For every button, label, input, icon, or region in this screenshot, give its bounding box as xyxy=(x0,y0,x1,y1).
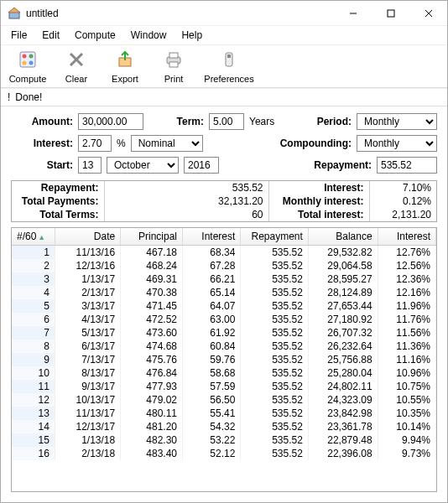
rate-type-select[interactable]: Nominal xyxy=(131,135,203,152)
cell-principal: 483.40 xyxy=(121,447,183,460)
col-interest-pct[interactable]: Interest xyxy=(378,228,435,246)
start-year-field[interactable] xyxy=(184,157,219,174)
print-button[interactable]: Print xyxy=(150,46,197,86)
cell-ipct: 11.56% xyxy=(378,326,435,340)
cell-date: 3/13/17 xyxy=(55,299,120,313)
cell-int: 66.21 xyxy=(183,272,241,286)
cell-int: 57.59 xyxy=(183,380,241,393)
cell-bal: 29,532.82 xyxy=(308,246,378,260)
table-row[interactable]: 111/13/16467.1868.34535.5229,532.8212.76… xyxy=(12,246,436,260)
repayment-label: Repayment: xyxy=(314,159,372,171)
compute-button[interactable]: Compute xyxy=(4,46,51,86)
start-day-field[interactable] xyxy=(78,157,102,174)
term-label: Term: xyxy=(148,116,204,127)
cell-principal: 475.76 xyxy=(121,353,183,366)
table-row[interactable]: 53/13/17471.4564.07535.5227,653.4411.96% xyxy=(12,299,436,313)
cell-ipct: 12.76% xyxy=(378,246,435,260)
cell-date: 12/13/17 xyxy=(55,420,120,433)
summary-total-terms-label: Total Terms: xyxy=(12,208,104,221)
table-row[interactable]: 151/13/18482.3053.22535.5222,879.489.94% xyxy=(12,433,436,447)
menu-window[interactable]: Window xyxy=(124,28,174,43)
cell-date: 1/13/17 xyxy=(55,272,120,286)
cell-n: 8 xyxy=(12,340,55,353)
svg-point-9 xyxy=(23,60,27,65)
cell-bal: 27,180.92 xyxy=(308,313,378,326)
table-row[interactable]: 75/13/17473.6061.92535.5226,707.3211.56% xyxy=(12,326,436,340)
cell-bal: 22,879.48 xyxy=(308,433,378,447)
interest-label: Interest: xyxy=(11,137,73,149)
start-label: Start: xyxy=(11,159,73,171)
summary-monthly-interest-value: 0.12% xyxy=(369,194,436,208)
cell-bal: 26,232.64 xyxy=(308,340,378,353)
cell-n: 14 xyxy=(12,420,55,433)
table-row[interactable]: 86/13/17474.6860.84535.5226,232.6411.36% xyxy=(12,340,436,353)
cell-principal: 470.38 xyxy=(121,286,183,299)
preferences-button[interactable]: Preferences xyxy=(199,46,259,86)
maximize-button[interactable] xyxy=(372,1,409,26)
col-balance[interactable]: Balance xyxy=(308,228,378,246)
cell-bal: 27,653.44 xyxy=(308,299,378,313)
cell-rep: 535.52 xyxy=(241,433,309,447)
start-month-select[interactable]: October xyxy=(107,157,179,174)
cell-bal: 23,361.78 xyxy=(308,420,378,433)
cell-int: 64.07 xyxy=(183,299,241,313)
col-interest[interactable]: Interest xyxy=(183,228,241,246)
summary-total-payments-label: Total Payments: xyxy=(12,194,104,208)
col-repayment[interactable]: Repayment xyxy=(241,228,309,246)
cell-rep: 535.52 xyxy=(241,353,309,366)
cell-date: 2/13/17 xyxy=(55,286,120,299)
interest-field[interactable] xyxy=(78,135,112,152)
table-row[interactable]: 1412/13/17481.2054.32535.5223,361.7810.1… xyxy=(12,420,436,433)
close-button[interactable] xyxy=(409,1,447,26)
menu-help[interactable]: Help xyxy=(175,28,209,43)
cell-ipct: 12.56% xyxy=(378,259,435,272)
table-row[interactable]: 31/13/17469.3166.21535.5228,595.2712.36% xyxy=(12,272,436,286)
cell-principal: 477.93 xyxy=(121,380,183,393)
repayment-field[interactable] xyxy=(377,157,437,174)
cell-n: 12 xyxy=(12,393,55,407)
menu-compute[interactable]: Compute xyxy=(68,28,122,43)
clear-button[interactable]: Clear xyxy=(53,46,100,86)
table-row[interactable]: 97/13/17475.7659.76535.5225,756.8811.16% xyxy=(12,353,436,366)
export-button[interactable]: Export xyxy=(102,46,148,86)
cell-rep: 535.52 xyxy=(241,420,309,433)
cell-n: 3 xyxy=(12,272,55,286)
cell-bal: 24,323.09 xyxy=(308,393,378,407)
col-date[interactable]: Date xyxy=(55,228,120,246)
table-row[interactable]: 212/13/16468.2467.28535.5229,064.5812.56… xyxy=(12,259,436,272)
app-window: untitled File Edit Compute Window Help C… xyxy=(0,0,448,503)
table-row[interactable]: 162/13/18483.4052.12535.5222,396.089.73% xyxy=(12,447,436,460)
table-row[interactable]: 1311/13/17480.1155.41535.5223,842.9810.3… xyxy=(12,407,436,420)
cell-ipct: 10.75% xyxy=(378,380,435,393)
cell-rep: 535.52 xyxy=(241,380,309,393)
cell-int: 59.76 xyxy=(183,353,241,366)
cell-ipct: 11.36% xyxy=(378,340,435,353)
cell-n: 6 xyxy=(12,313,55,326)
summary-repayment-label: Repayment: xyxy=(12,181,104,194)
table-row[interactable]: 108/13/17476.8458.68535.5225,280.0410.96… xyxy=(12,366,436,380)
table-row[interactable]: 42/13/17470.3865.14535.5228,124.8912.16% xyxy=(12,286,436,299)
table-row[interactable]: 119/13/17477.9357.59535.5224,802.1110.75… xyxy=(12,380,436,393)
table-row[interactable]: 1210/13/17479.0256.50535.5224,323.0910.5… xyxy=(12,393,436,407)
cell-rep: 535.52 xyxy=(241,259,309,272)
svg-marker-1 xyxy=(8,8,20,13)
input-form: Amount: Term: Years Period: Monthly Inte… xyxy=(1,106,447,179)
cell-principal: 474.68 xyxy=(121,340,183,353)
period-select[interactable]: Monthly xyxy=(357,113,437,130)
col-index[interactable]: #/60▲ xyxy=(12,228,55,246)
col-principal[interactable]: Principal xyxy=(121,228,183,246)
compounding-select[interactable]: Monthly xyxy=(357,135,437,152)
cell-rep: 535.52 xyxy=(241,447,309,460)
menu-edit[interactable]: Edit xyxy=(35,28,66,43)
schedule-scroll[interactable]: #/60▲ Date Principal Interest Repayment … xyxy=(12,228,436,491)
table-row[interactable]: 64/13/17472.5263.00535.5227,180.9211.76% xyxy=(12,313,436,326)
minimize-button[interactable] xyxy=(334,1,372,26)
period-label: Period: xyxy=(293,116,352,127)
term-field[interactable] xyxy=(209,113,244,130)
svg-point-8 xyxy=(29,54,34,58)
cell-rep: 535.52 xyxy=(241,313,309,326)
menu-file[interactable]: File xyxy=(4,28,34,43)
cell-date: 2/13/18 xyxy=(55,447,120,460)
cell-bal: 24,802.11 xyxy=(308,380,378,393)
amount-field[interactable] xyxy=(78,113,143,130)
